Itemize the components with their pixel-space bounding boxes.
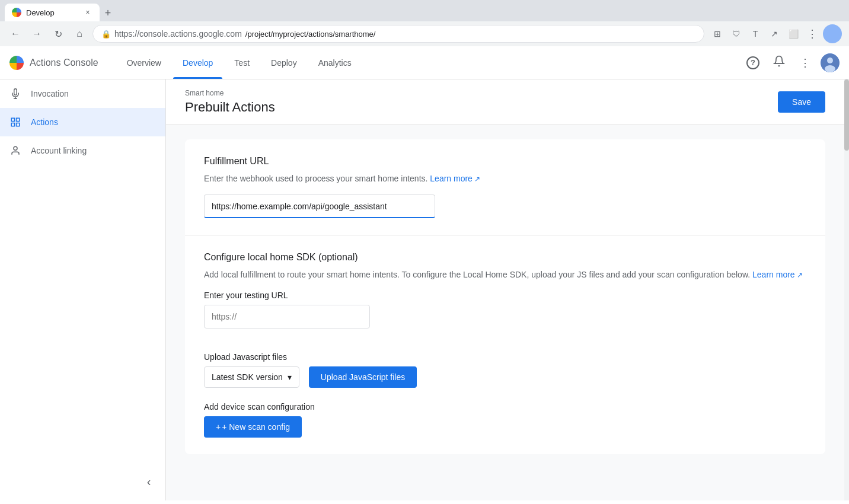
vertical-dots-icon: ⋮ [800,56,810,69]
browser-toolbar-icons: ⊞ 🛡 T ↗ ⬜ ⋮ [709,24,842,43]
browser-tab-bar: Develop × + [0,0,849,21]
upload-row: Latest SDK version ▾ Upload JavaScript f… [204,366,806,388]
fulfillment-url-title: Fulfillment URL [204,156,806,167]
sdk-learn-more-link[interactable]: Learn more ↗ [752,269,803,281]
bell-icon [773,55,785,70]
sidebar-item-account-linking[interactable]: Account linking [0,136,165,165]
sidebar-item-invocation[interactable]: Invocation [0,79,165,108]
svg-point-9 [14,146,17,150]
extension-qr-icon[interactable]: ⊞ [709,25,726,42]
upload-javascript-button[interactable]: Upload JavaScript files [309,366,417,388]
sdk-version-dropdown[interactable]: Latest SDK version ▾ [204,366,299,388]
save-button[interactable]: Save [778,91,825,113]
refresh-button[interactable]: ↻ [50,25,66,42]
tab-analytics[interactable]: Analytics [309,46,361,79]
tab-develop[interactable]: Develop [173,46,222,79]
header-actions: ? ⋮ [742,52,840,74]
page-title: Prebuilt Actions [185,100,275,115]
help-button[interactable]: ? [742,52,764,74]
testing-url-label: Enter your testing URL [204,291,806,300]
sdk-external-link-icon: ↗ [797,270,803,280]
main-card: Fulfillment URL Enter the webhook used t… [185,139,825,454]
tab-deploy[interactable]: Deploy [261,46,307,79]
tab-test[interactable]: Test [225,46,259,79]
local-home-sdk-description: Add local fulfillment to route your smar… [204,269,806,281]
new-tab-button[interactable]: + [100,5,116,21]
address-bar-domain: https://console.actions.google.com [114,29,242,39]
microphone-icon [9,88,21,99]
dropdown-arrow-icon: ▾ [288,372,292,382]
back-button[interactable]: ← [7,25,24,42]
chrome-profile-avatar[interactable] [823,24,842,43]
user-avatar[interactable] [821,53,840,72]
tab-title: Develop [26,8,55,17]
address-bar[interactable]: 🔒 https://console.actions.google.com /pr… [92,25,704,43]
external-link-icon: ↗ [474,174,480,184]
testing-url-input[interactable] [204,305,370,328]
help-icon: ? [746,56,759,69]
more-options-button[interactable]: ⋮ [794,52,816,74]
upload-js-label: Upload Javascript files [204,352,806,362]
local-home-sdk-title: Configure local home SDK (optional) [204,252,806,263]
svg-point-2 [825,65,835,72]
chrome-more-button[interactable]: ⋮ [804,25,821,42]
forward-button[interactable]: → [28,25,45,42]
svg-rect-6 [17,118,20,121]
account-icon [9,145,21,156]
app-title-text: Actions Console [30,58,98,68]
plus-icon: + [216,422,221,432]
svg-rect-7 [11,123,14,126]
scrollbar-thumb [844,79,849,151]
extension-arrow-icon[interactable]: ↗ [766,25,783,42]
sidebar-item-actions[interactable]: Actions [0,108,165,136]
extension-window-icon[interactable]: ⬜ [785,25,802,42]
sdk-version-label: Latest SDK version [212,372,283,382]
app-header: Actions Console Overview Develop Test De… [0,46,849,79]
new-scan-config-button[interactable]: + + New scan config [204,416,302,438]
sidebar-collapse-button[interactable]: ‹ [139,472,158,491]
extension-translate-icon[interactable]: T [747,25,764,42]
fulfillment-url-input[interactable] [204,194,435,218]
extension-shield-icon[interactable]: 🛡 [728,25,745,42]
address-bar-path: /project/myproject/actions/smarthome/ [245,30,376,39]
local-home-sdk-section: Configure local home SDK (optional) Add … [185,235,825,454]
app-logo: Actions Console [9,56,98,70]
browser-nav-bar: ← → ↻ ⌂ 🔒 https://console.actions.google… [0,21,849,46]
notifications-button[interactable] [768,52,790,74]
tab-close-button[interactable]: × [83,8,92,17]
browser-tab-active[interactable]: Develop × [5,4,100,21]
tab-overview[interactable]: Overview [117,46,171,79]
svg-rect-8 [17,123,20,126]
svg-rect-5 [11,118,14,121]
fulfillment-url-section: Fulfillment URL Enter the webhook used t… [185,139,825,235]
main-layout: Invocation Actions Account linking [0,79,849,500]
content-body: Fulfillment URL Enter the webhook used t… [166,125,844,478]
svg-point-1 [827,58,833,63]
sidebar: Invocation Actions Account linking [0,79,166,500]
google-logo-icon [9,56,24,70]
tab-favicon [12,8,21,17]
actions-icon [9,117,21,127]
fulfillment-learn-more-link[interactable]: Learn more ↗ [430,173,480,185]
nav-tabs: Overview Develop Test Deploy Analytics [117,46,361,79]
scan-config-label: Add device scan configuration [204,402,806,412]
sidebar-item-actions-label: Actions [31,117,58,127]
content-area: Smart home Prebuilt Actions Save Fulfill… [166,79,844,500]
breadcrumb: Smart home [185,89,275,97]
home-button[interactable]: ⌂ [71,25,88,42]
sidebar-item-account-linking-label: Account linking [31,146,87,155]
fulfillment-url-description: Enter the webhook used to process your s… [204,173,806,185]
sidebar-item-invocation-label: Invocation [31,89,69,98]
chevron-left-icon: ‹ [147,475,151,489]
content-header: Smart home Prebuilt Actions Save [166,79,844,125]
right-scrollbar[interactable] [844,79,849,500]
